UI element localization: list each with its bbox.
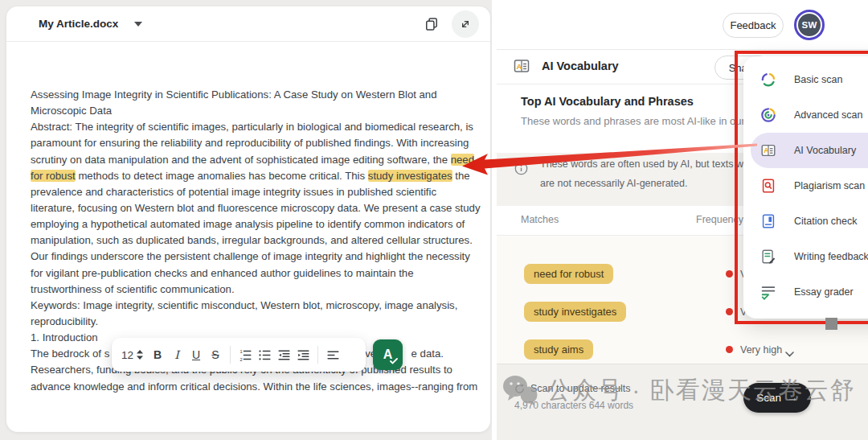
font-size-value: 12 — [121, 349, 133, 361]
document-filename[interactable]: My Article.docx — [39, 18, 118, 30]
document-line: Our findings underscore the persistent c… — [31, 249, 485, 265]
match-chip[interactable]: study aims — [524, 339, 593, 360]
bullet-list-icon — [258, 348, 272, 362]
ordered-list-button[interactable]: 1 2 — [235, 343, 255, 366]
svg-text:2: 2 — [240, 356, 242, 361]
frequency-value[interactable]: Very high — [740, 344, 782, 356]
document-line: prevalence and characteristics of potent… — [31, 184, 485, 200]
document-line: literature, focusing on Western blot and… — [31, 200, 485, 216]
document-line: for vigilant pre-publication checks and … — [31, 265, 485, 282]
panel-title: AI Vocabulary — [542, 60, 619, 72]
document-line: Microscopic Data — [31, 103, 485, 119]
checkmark-icon — [390, 358, 398, 364]
document-stats: 4,970 characters 644 words — [514, 400, 633, 411]
document-line: paramount for ensuring the reliability a… — [31, 135, 485, 151]
matches-column-header: Matches — [521, 214, 559, 225]
outdent-button[interactable] — [274, 343, 293, 366]
annotation-resize-handle — [825, 318, 837, 330]
document-line: Keywords: Image integrity, scientific mi… — [31, 298, 485, 314]
format-toolbar: 12 B I U S 1 2 — [112, 338, 366, 372]
font-size-stepper-icon — [137, 350, 143, 360]
italic-button[interactable]: I — [167, 343, 186, 366]
ordered-list-icon: 1 2 — [239, 348, 252, 362]
avatar-initials: SW — [798, 14, 821, 36]
align-left-icon — [326, 348, 340, 362]
frequency-dot — [726, 308, 733, 315]
frequency-dot — [726, 270, 733, 278]
strikethrough-button[interactable]: S — [206, 343, 225, 366]
bold-button[interactable]: B — [148, 343, 167, 366]
expand-document-button[interactable] — [452, 10, 479, 38]
ai-vocabulary-icon: A — [512, 56, 531, 76]
indent-icon — [297, 348, 310, 362]
document-line: scrutiny on data manipulation and the ad… — [31, 152, 485, 168]
document-line: Abstract: The integrity of scientific im… — [31, 119, 485, 135]
chevron-down-icon[interactable] — [785, 346, 794, 360]
app-root: My Article.docx Assessing Image Integrit… — [0, 0, 868, 440]
info-text-line2: are not necessarily AI-generated. — [540, 178, 687, 189]
scan-button-label: Scan — [756, 392, 781, 404]
scan-arrow-icon: → — [787, 392, 798, 404]
document-line: advance knowledge and inform critical de… — [31, 379, 485, 395]
indent-button[interactable] — [293, 343, 313, 366]
svg-text:1: 1 — [240, 348, 242, 353]
grammar-assistant-button[interactable]: A — [373, 339, 403, 370]
feedback-button[interactable]: Feedback — [723, 13, 784, 38]
expand-icon — [459, 18, 472, 31]
document-line: employing a hypothetical automated image… — [31, 216, 485, 232]
copy-document-button[interactable] — [418, 10, 445, 38]
copy-icon — [424, 16, 440, 32]
feedback-label: Feedback — [730, 19, 776, 31]
document-line: Assessing Image Integrity in Scientific … — [31, 87, 485, 103]
section-heading: Top AI Vocabulary and Phrases — [521, 95, 694, 108]
match-chip[interactable]: study investigates — [524, 302, 626, 322]
refresh-icon — [514, 384, 525, 394]
outdent-icon — [277, 348, 291, 362]
match-chip[interactable]: need for robust — [524, 264, 613, 284]
font-size-selector[interactable]: 12 — [121, 349, 143, 361]
svg-text:A: A — [517, 62, 522, 71]
frequency-dot — [726, 346, 733, 353]
user-avatar[interactable]: SW — [794, 10, 825, 40]
align-button[interactable] — [323, 343, 342, 366]
section-subheading: These words and phrases are most AI-like… — [521, 115, 745, 127]
filename-dropdown-caret-icon[interactable] — [134, 22, 142, 27]
annotation-rectangle — [735, 51, 868, 324]
document-line: for robust methods to detect image anoma… — [31, 168, 485, 184]
document-line: trustworthiness of scientific communicat… — [31, 282, 485, 298]
document-header: My Article.docx — [6, 6, 490, 42]
document-card: My Article.docx Assessing Image Integrit… — [6, 6, 490, 432]
scan-update-hint[interactable]: Scan to update results — [514, 383, 630, 394]
bullet-list-button[interactable] — [255, 343, 274, 366]
scan-button[interactable]: Scan → — [743, 383, 811, 413]
underline-button[interactable]: U — [186, 343, 206, 366]
scan-update-hint-label: Scan to update results — [530, 383, 630, 394]
document-line: manipulation, such as duplicated bands, … — [31, 232, 485, 249]
info-icon — [514, 162, 528, 179]
document-line: reproducibility. — [31, 314, 485, 330]
